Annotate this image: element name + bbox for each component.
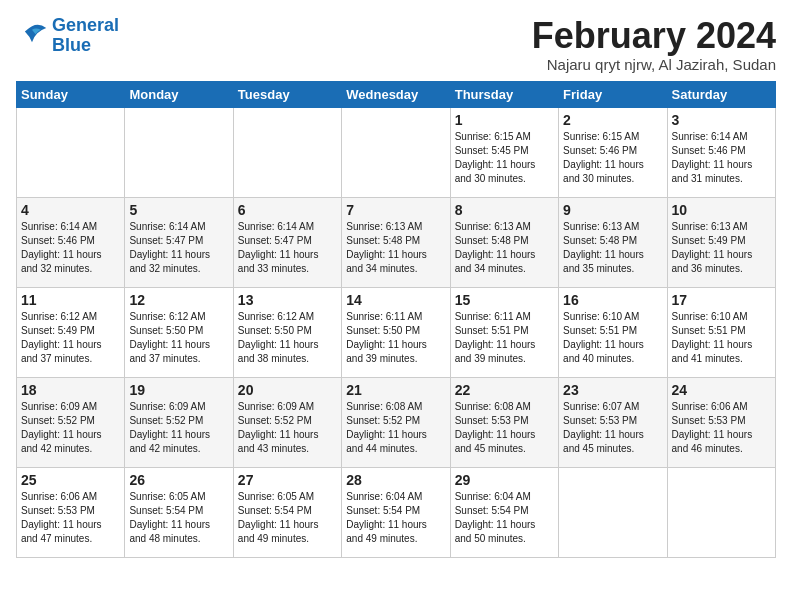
calendar-cell: 8Sunrise: 6:13 AMSunset: 5:48 PMDaylight… — [450, 197, 558, 287]
calendar-cell: 12Sunrise: 6:12 AMSunset: 5:50 PMDayligh… — [125, 287, 233, 377]
day-info: Sunrise: 6:14 AMSunset: 5:46 PMDaylight:… — [21, 220, 120, 276]
calendar-cell: 17Sunrise: 6:10 AMSunset: 5:51 PMDayligh… — [667, 287, 775, 377]
day-number: 18 — [21, 382, 120, 398]
day-number: 22 — [455, 382, 554, 398]
day-number: 5 — [129, 202, 228, 218]
calendar-cell: 16Sunrise: 6:10 AMSunset: 5:51 PMDayligh… — [559, 287, 667, 377]
calendar-cell: 15Sunrise: 6:11 AMSunset: 5:51 PMDayligh… — [450, 287, 558, 377]
day-number: 4 — [21, 202, 120, 218]
day-info: Sunrise: 6:08 AMSunset: 5:53 PMDaylight:… — [455, 400, 554, 456]
calendar-cell: 19Sunrise: 6:09 AMSunset: 5:52 PMDayligh… — [125, 377, 233, 467]
day-info: Sunrise: 6:11 AMSunset: 5:51 PMDaylight:… — [455, 310, 554, 366]
day-number: 27 — [238, 472, 337, 488]
day-info: Sunrise: 6:09 AMSunset: 5:52 PMDaylight:… — [21, 400, 120, 456]
day-number: 29 — [455, 472, 554, 488]
calendar-cell: 1Sunrise: 6:15 AMSunset: 5:45 PMDaylight… — [450, 107, 558, 197]
day-info: Sunrise: 6:13 AMSunset: 5:49 PMDaylight:… — [672, 220, 771, 276]
day-number: 3 — [672, 112, 771, 128]
day-number: 13 — [238, 292, 337, 308]
day-info: Sunrise: 6:08 AMSunset: 5:52 PMDaylight:… — [346, 400, 445, 456]
day-info: Sunrise: 6:06 AMSunset: 5:53 PMDaylight:… — [672, 400, 771, 456]
day-number: 21 — [346, 382, 445, 398]
day-info: Sunrise: 6:14 AMSunset: 5:47 PMDaylight:… — [129, 220, 228, 276]
day-number: 20 — [238, 382, 337, 398]
month-title: February 2024 — [532, 16, 776, 56]
day-number: 15 — [455, 292, 554, 308]
day-info: Sunrise: 6:13 AMSunset: 5:48 PMDaylight:… — [455, 220, 554, 276]
calendar-cell: 9Sunrise: 6:13 AMSunset: 5:48 PMDaylight… — [559, 197, 667, 287]
day-number: 14 — [346, 292, 445, 308]
day-number: 7 — [346, 202, 445, 218]
page-header: General Blue February 2024 Najaru qryt n… — [16, 16, 776, 73]
col-header-sunday: Sunday — [17, 81, 125, 107]
calendar-header: SundayMondayTuesdayWednesdayThursdayFrid… — [17, 81, 776, 107]
calendar-cell: 27Sunrise: 6:05 AMSunset: 5:54 PMDayligh… — [233, 467, 341, 557]
calendar-cell: 20Sunrise: 6:09 AMSunset: 5:52 PMDayligh… — [233, 377, 341, 467]
day-number: 26 — [129, 472, 228, 488]
day-info: Sunrise: 6:12 AMSunset: 5:49 PMDaylight:… — [21, 310, 120, 366]
day-number: 1 — [455, 112, 554, 128]
day-info: Sunrise: 6:15 AMSunset: 5:45 PMDaylight:… — [455, 130, 554, 186]
calendar-cell — [667, 467, 775, 557]
col-header-thursday: Thursday — [450, 81, 558, 107]
calendar-cell: 18Sunrise: 6:09 AMSunset: 5:52 PMDayligh… — [17, 377, 125, 467]
day-number: 12 — [129, 292, 228, 308]
calendar-cell: 14Sunrise: 6:11 AMSunset: 5:50 PMDayligh… — [342, 287, 450, 377]
logo: General Blue — [16, 16, 119, 56]
calendar-cell: 6Sunrise: 6:14 AMSunset: 5:47 PMDaylight… — [233, 197, 341, 287]
day-number: 16 — [563, 292, 662, 308]
calendar-cell — [125, 107, 233, 197]
col-header-tuesday: Tuesday — [233, 81, 341, 107]
day-number: 24 — [672, 382, 771, 398]
day-info: Sunrise: 6:10 AMSunset: 5:51 PMDaylight:… — [672, 310, 771, 366]
calendar-cell — [233, 107, 341, 197]
calendar-cell: 3Sunrise: 6:14 AMSunset: 5:46 PMDaylight… — [667, 107, 775, 197]
calendar-cell — [342, 107, 450, 197]
day-info: Sunrise: 6:06 AMSunset: 5:53 PMDaylight:… — [21, 490, 120, 546]
calendar-cell — [17, 107, 125, 197]
day-info: Sunrise: 6:12 AMSunset: 5:50 PMDaylight:… — [238, 310, 337, 366]
calendar-cell: 4Sunrise: 6:14 AMSunset: 5:46 PMDaylight… — [17, 197, 125, 287]
day-info: Sunrise: 6:05 AMSunset: 5:54 PMDaylight:… — [238, 490, 337, 546]
logo-line1: General — [52, 15, 119, 35]
logo-line2: Blue — [52, 35, 91, 55]
day-number: 25 — [21, 472, 120, 488]
day-number: 9 — [563, 202, 662, 218]
calendar-body: 1Sunrise: 6:15 AMSunset: 5:45 PMDaylight… — [17, 107, 776, 557]
calendar-cell: 25Sunrise: 6:06 AMSunset: 5:53 PMDayligh… — [17, 467, 125, 557]
calendar-cell: 26Sunrise: 6:05 AMSunset: 5:54 PMDayligh… — [125, 467, 233, 557]
day-number: 28 — [346, 472, 445, 488]
day-info: Sunrise: 6:04 AMSunset: 5:54 PMDaylight:… — [346, 490, 445, 546]
day-number: 2 — [563, 112, 662, 128]
day-info: Sunrise: 6:12 AMSunset: 5:50 PMDaylight:… — [129, 310, 228, 366]
day-info: Sunrise: 6:10 AMSunset: 5:51 PMDaylight:… — [563, 310, 662, 366]
day-info: Sunrise: 6:04 AMSunset: 5:54 PMDaylight:… — [455, 490, 554, 546]
day-number: 17 — [672, 292, 771, 308]
day-info: Sunrise: 6:09 AMSunset: 5:52 PMDaylight:… — [129, 400, 228, 456]
calendar-cell: 11Sunrise: 6:12 AMSunset: 5:49 PMDayligh… — [17, 287, 125, 377]
calendar-cell: 10Sunrise: 6:13 AMSunset: 5:49 PMDayligh… — [667, 197, 775, 287]
col-header-monday: Monday — [125, 81, 233, 107]
col-header-wednesday: Wednesday — [342, 81, 450, 107]
calendar-cell: 24Sunrise: 6:06 AMSunset: 5:53 PMDayligh… — [667, 377, 775, 467]
day-info: Sunrise: 6:05 AMSunset: 5:54 PMDaylight:… — [129, 490, 228, 546]
calendar-cell — [559, 467, 667, 557]
calendar-cell: 5Sunrise: 6:14 AMSunset: 5:47 PMDaylight… — [125, 197, 233, 287]
day-number: 8 — [455, 202, 554, 218]
calendar-table: SundayMondayTuesdayWednesdayThursdayFrid… — [16, 81, 776, 558]
day-number: 23 — [563, 382, 662, 398]
col-header-friday: Friday — [559, 81, 667, 107]
calendar-cell: 2Sunrise: 6:15 AMSunset: 5:46 PMDaylight… — [559, 107, 667, 197]
col-header-saturday: Saturday — [667, 81, 775, 107]
day-info: Sunrise: 6:13 AMSunset: 5:48 PMDaylight:… — [563, 220, 662, 276]
day-info: Sunrise: 6:13 AMSunset: 5:48 PMDaylight:… — [346, 220, 445, 276]
day-number: 10 — [672, 202, 771, 218]
day-info: Sunrise: 6:07 AMSunset: 5:53 PMDaylight:… — [563, 400, 662, 456]
day-info: Sunrise: 6:11 AMSunset: 5:50 PMDaylight:… — [346, 310, 445, 366]
day-number: 11 — [21, 292, 120, 308]
calendar-cell: 23Sunrise: 6:07 AMSunset: 5:53 PMDayligh… — [559, 377, 667, 467]
calendar-cell: 13Sunrise: 6:12 AMSunset: 5:50 PMDayligh… — [233, 287, 341, 377]
day-info: Sunrise: 6:15 AMSunset: 5:46 PMDaylight:… — [563, 130, 662, 186]
logo-icon — [16, 22, 48, 50]
calendar-cell: 29Sunrise: 6:04 AMSunset: 5:54 PMDayligh… — [450, 467, 558, 557]
